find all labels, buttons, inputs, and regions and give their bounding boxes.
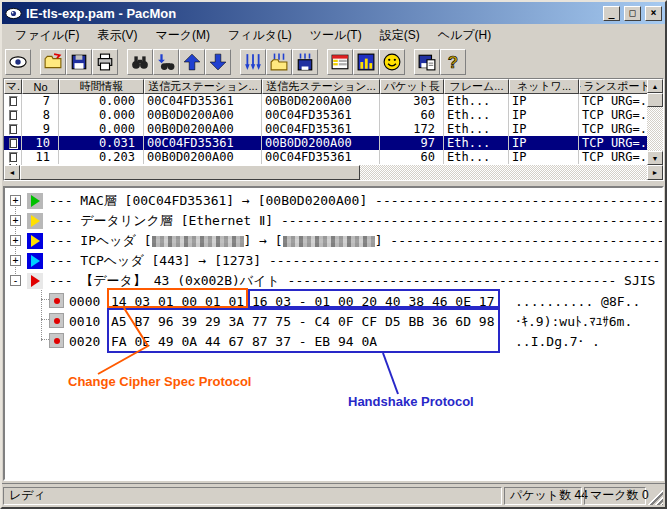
expand-toggle[interactable]: + [10,255,21,266]
tree-node-ip-header[interactable]: + --- IPヘッダ [] → [] --------------------… [5,231,662,251]
col-time[interactable]: 時間情報 [59,79,144,94]
mark-checkbox[interactable] [9,96,18,107]
vertical-scroll-thumb[interactable] [647,93,663,107]
datalink-layer-icon [27,213,43,229]
eye-button[interactable] [5,49,31,75]
packet-list-button[interactable] [327,49,353,75]
filter-button[interactable] [240,49,266,75]
status-packet-count: パケット数 44 [504,487,582,505]
expand-toggle[interactable]: - [10,275,21,286]
open-file-button[interactable] [40,49,66,75]
toolbar: ? [2,46,665,77]
table-row[interactable]: 11 0.203 00B0D0200A00 00C04FD35361 60 Et… [4,150,647,164]
statistics-button[interactable] [353,49,379,75]
move-up-button[interactable] [179,49,205,75]
hex-bullet-icon [49,293,64,308]
menu-settings[interactable]: 設定(S) [371,25,429,46]
print-button[interactable] [92,49,118,75]
col-no[interactable]: No [22,79,59,94]
table-row-selected[interactable]: 10 0.031 00C04FD35361 00B0D0200A00 97 Et… [4,136,647,150]
col-frame[interactable]: フレーム... [444,79,509,94]
cell-no: 7 [22,94,59,108]
cell-transport: TCP URG=... [579,94,647,108]
table-vertical-scrollbar[interactable]: ▲ ▼ [647,79,663,165]
smiley-button[interactable] [379,49,405,75]
hex-bullet-icon [49,313,64,328]
scroll-right-arrow[interactable]: ► [647,165,663,180]
open-folder-icon [44,53,62,71]
find-button[interactable] [127,49,153,75]
table-row[interactable]: 7 0.000 00C04FD35361 00B0D0200A00 303 Et… [4,94,647,108]
cell-length: 60 [380,108,444,122]
tree-node-data[interactable]: - --- 【データ】 43 (0x002B)バイト -------------… [5,271,662,291]
horizontal-scroll-track[interactable] [360,165,647,180]
filter-open-button[interactable] [266,49,292,75]
tree-node-mac-layer[interactable]: + --- MAC層 [00C04FD35361] → [00B0D0200A0… [5,191,662,211]
cell-length: 303 [380,94,444,108]
cell-dst: 00C04FD35361 [262,108,380,122]
cell-time: 0.000 [59,94,144,108]
smiley-icon [383,53,401,71]
packet-list-icon [331,53,349,71]
table-horizontal-scrollbar[interactable]: ◄ ► [4,165,663,180]
horizontal-scroll-thumb[interactable] [20,165,360,180]
mark-checkbox[interactable] [9,138,18,149]
expand-toggle[interactable]: + [10,235,21,246]
change-cipher-spec-highlight-box [107,288,248,308]
mark-checkbox[interactable] [9,124,18,135]
status-ready: レディ [3,487,502,505]
vertical-scroll-track[interactable] [647,107,663,151]
menu-bar: ファイル(F) 表示(V) マーク(M) フィルタ(L) ツール(T) 設定(S… [2,24,665,46]
mark-checkbox[interactable] [9,110,18,121]
hex-ascii: ･ｷ.9):wuﾄ.ﾏﾕｻ6m. [515,314,632,329]
find-next-button[interactable] [153,49,179,75]
title-bar[interactable]: IE-tls-exp.pam - PacMon _ □ × [2,2,665,24]
packet-decode-pane: + --- MAC層 [00C04FD35361] → [00B0D0200A0… [3,186,664,481]
menu-mark[interactable]: マーク(M) [146,25,219,46]
minimize-button[interactable]: _ [603,6,620,21]
tree-node-datalink-layer[interactable]: + --- データリンク層 [Ethernet Ⅱ] -------------… [5,211,662,231]
scroll-left-arrow[interactable]: ◄ [4,165,20,180]
expand-toggle[interactable]: + [10,215,21,226]
table-row[interactable]: 9 0.000 00B0D0200A00 00C04FD35361 172 Et… [4,122,647,136]
help-icon: ? [444,53,462,71]
expand-toggle[interactable]: + [10,195,21,206]
menu-help[interactable]: ヘルプ(H) [429,25,501,46]
help-button[interactable]: ? [440,49,466,75]
maximize-button[interactable]: □ [624,6,641,21]
redacted-dst-ip [283,236,375,247]
cell-no: 10 [22,136,59,150]
filter-icon [244,53,262,71]
cell-frame: Eth... [444,150,509,164]
mac-layer-icon [27,193,43,209]
hex-offset: 0010 [69,314,100,329]
menu-filter[interactable]: フィルタ(L) [219,25,301,46]
cell-network: IP [509,136,579,150]
menu-tools[interactable]: ツール(T) [301,25,371,46]
hex-ascii: .......... @8F.. [515,294,640,309]
col-dst-station[interactable]: 送信先ステーション... [262,79,380,94]
save-button[interactable] [66,49,92,75]
tree-node-tcp-header[interactable]: + --- TCPヘッダ [443] → [1273] ------------… [5,251,662,271]
scroll-down-arrow[interactable]: ▼ [647,151,663,165]
packet-list-pane: マ. No 時間情報 送信元ステーション... 送信先ステーション... パケッ… [3,78,664,181]
menu-view[interactable]: 表示(V) [88,25,146,46]
col-src-station[interactable]: 送信元ステーション... [144,79,262,94]
mark-checkbox[interactable] [9,152,18,163]
col-transport[interactable]: トランスポート... [579,79,647,94]
resize-grip[interactable] [648,490,663,505]
save-settings-button[interactable] [414,49,440,75]
close-button[interactable]: × [645,6,662,21]
cell-src: 00C04FD35361 [144,136,262,150]
hex-bullet-icon [49,333,64,348]
move-down-button[interactable] [205,49,231,75]
scroll-up-arrow[interactable]: ▲ [647,79,663,93]
col-mark[interactable]: マ. [4,79,22,94]
handshake-protocol-label: Handshake Protocol [348,394,474,409]
col-packet-length[interactable]: パケット長 [380,79,444,94]
menu-file[interactable]: ファイル(F) [6,25,88,46]
cell-no: 8 [22,108,59,122]
filter-save-button[interactable] [292,49,318,75]
col-network[interactable]: ネットワ... [509,79,579,94]
table-row[interactable]: 8 0.000 00B0D0200A00 00C04FD35361 60 Eth… [4,108,647,122]
